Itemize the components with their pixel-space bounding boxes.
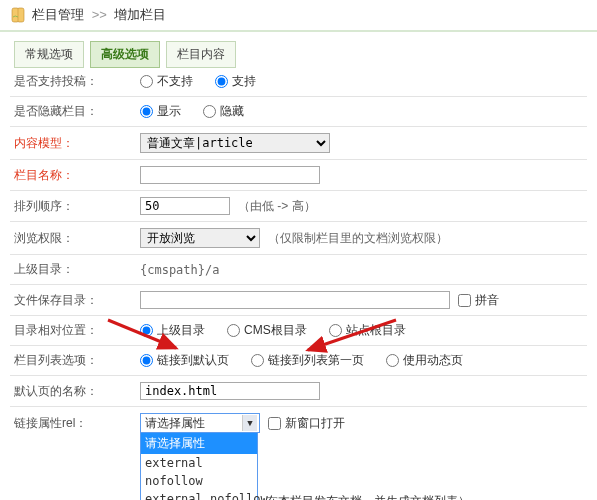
radio-hide-label: 隐藏 (220, 103, 244, 120)
label-contribute: 是否支持投稿： (10, 73, 140, 90)
tabs: 常规选项 高级选项 栏目内容 (0, 32, 597, 67)
select-browse[interactable]: 开放浏览 (140, 228, 260, 248)
label-parent: 上级目录： (10, 261, 140, 278)
label-hide: 是否隐藏栏目： (10, 103, 140, 120)
colattr-a: 在本栏目发布文档，并生成文档列表） (266, 493, 470, 500)
label-defname: 默认页的名称： (10, 383, 140, 400)
radio-siteroot[interactable] (329, 324, 342, 337)
chk-pinyin[interactable] (458, 294, 471, 307)
label-model: 内容模型： (10, 135, 140, 152)
radio-support[interactable] (215, 75, 228, 88)
radio-linkfirst[interactable] (251, 354, 264, 367)
label-listopt: 栏目列表选项： (10, 352, 140, 369)
breadcrumb-bar: 栏目管理 >> 增加栏目 (0, 0, 597, 32)
radio-show-label: 显示 (157, 103, 181, 120)
radio-hide[interactable] (203, 105, 216, 118)
rel-opt-3[interactable]: nofollow (141, 472, 257, 490)
rel-opt-2[interactable]: external (141, 454, 257, 472)
label-order: 排列顺序： (10, 198, 140, 215)
radio-usedyn[interactable] (386, 354, 399, 367)
radio-linkdefault[interactable] (140, 354, 153, 367)
select-model[interactable]: 普通文章|article (140, 133, 330, 153)
tab-advanced[interactable]: 高级选项 (90, 41, 160, 68)
order-hint: （由低 -> 高） (238, 198, 316, 215)
select-rel[interactable]: 请选择属性▼ 请选择属性 external nofollow external_… (140, 413, 260, 433)
tab-general[interactable]: 常规选项 (14, 41, 84, 68)
book-icon (10, 7, 26, 23)
newwin-label: 新窗口打开 (285, 415, 345, 432)
radio-support-label: 支持 (232, 73, 256, 90)
rel-options-list: 请选择属性 external nofollow external_nofollo… (140, 432, 258, 500)
pinyin-label: 拼音 (475, 292, 499, 309)
input-colname[interactable] (140, 166, 320, 184)
crumb-b: 增加栏目 (114, 7, 166, 22)
label-savepath: 文件保存目录： (10, 292, 140, 309)
radio-nosupport[interactable] (140, 75, 153, 88)
tab-content[interactable]: 栏目内容 (166, 41, 236, 68)
chk-newwin[interactable] (268, 417, 281, 430)
input-savepath[interactable] (140, 291, 450, 309)
input-order[interactable] (140, 197, 230, 215)
rel-opt-4[interactable]: external_nofollow (141, 490, 257, 500)
radio-show[interactable] (140, 105, 153, 118)
crumb-a[interactable]: 栏目管理 (32, 7, 84, 22)
label-browse: 浏览权限： (10, 230, 140, 247)
input-defname[interactable] (140, 382, 320, 400)
parent-path: {cmspath}/a (140, 263, 219, 277)
crumb-sep: >> (92, 7, 107, 22)
label-relpos: 目录相对位置： (10, 322, 140, 339)
radio-cmsroot[interactable] (227, 324, 240, 337)
radio-nosupport-label: 不支持 (157, 73, 193, 90)
radio-parentdir[interactable] (140, 324, 153, 337)
chevron-down-icon[interactable]: ▼ (242, 415, 257, 431)
label-linkrel: 链接属性rel： (10, 415, 140, 432)
label-name: 栏目名称： (10, 167, 140, 184)
browse-hint: （仅限制栏目里的文档浏览权限） (268, 230, 448, 247)
rel-opt-1[interactable]: 请选择属性 (141, 433, 257, 454)
